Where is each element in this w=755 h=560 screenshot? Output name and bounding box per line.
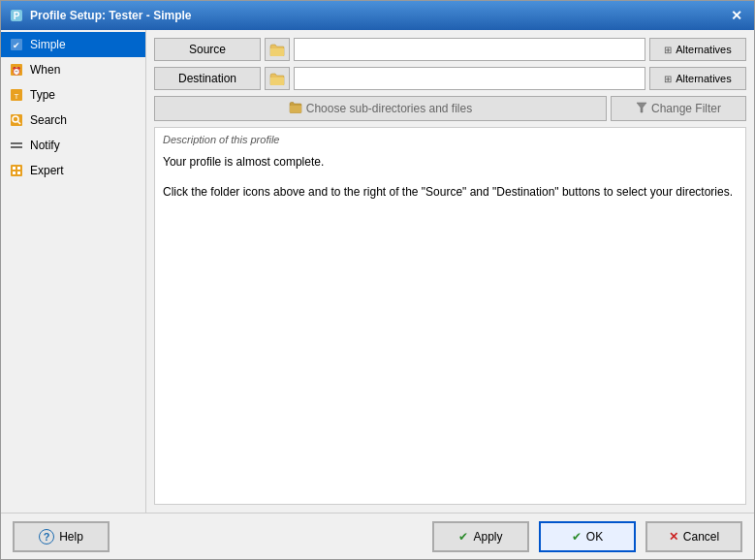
destination-alternatives-button[interactable]: ⊞ Alternatives [649, 67, 746, 90]
svg-text:P: P [14, 11, 20, 21]
sidebar-item-search[interactable]: Search [1, 108, 145, 133]
sidebar-label-notify: Notify [30, 139, 60, 152]
cancel-button[interactable]: ✕ Cancel [645, 521, 742, 552]
svg-marker-18 [637, 103, 646, 112]
source-folder-button[interactable] [265, 38, 290, 61]
expert-icon [9, 163, 24, 178]
title-bar: P Profile Setup: Tester - Simple ✕ [1, 1, 754, 30]
notify-icon [9, 138, 24, 153]
search-icon [9, 112, 24, 128]
svg-rect-17 [17, 171, 20, 174]
alternatives-icon-2: ⊞ [664, 74, 672, 84]
when-icon: ⏰ [9, 62, 24, 78]
bottom-bar: ? Help ✔ Apply ✔ OK ✕ Cancel [1, 513, 754, 559]
svg-text:⏰: ⏰ [12, 66, 21, 76]
action-row: Choose sub-directories and files Change … [154, 96, 746, 121]
subdir-button[interactable]: Choose sub-directories and files [154, 96, 607, 121]
alternatives-icon-1: ⊞ [664, 45, 672, 55]
sidebar-item-simple[interactable]: ✔ Simple [1, 32, 145, 57]
filter-icon [636, 102, 647, 116]
description-area: Description of this profile Your profile… [154, 127, 746, 505]
destination-alternatives-label: Alternatives [676, 73, 731, 84]
destination-input[interactable] [294, 67, 645, 90]
svg-text:✔: ✔ [13, 41, 20, 50]
description-line2: Click the folder icons above and to the … [163, 183, 738, 202]
filter-label: Change Filter [651, 102, 721, 115]
apply-button[interactable]: ✔ Apply [432, 521, 529, 552]
source-input[interactable] [294, 38, 645, 61]
help-icon: ? [39, 529, 54, 544]
right-buttons: ✔ Apply ✔ OK ✕ Cancel [432, 521, 742, 552]
sidebar: ✔ Simple ⏰ When T Type Search [1, 30, 146, 513]
source-alternatives-button[interactable]: ⊞ Alternatives [649, 38, 746, 61]
destination-row: Destination ⊞ Alternatives [154, 67, 746, 90]
svg-rect-12 [11, 146, 22, 148]
cancel-icon: ✕ [669, 530, 678, 544]
destination-folder-button[interactable] [265, 67, 290, 90]
app-icon: P [9, 8, 24, 23]
sidebar-item-type[interactable]: T Type [1, 82, 145, 108]
sidebar-item-expert[interactable]: Expert [1, 158, 145, 183]
filter-button[interactable]: Change Filter [611, 96, 746, 121]
sidebar-label-type: Type [30, 88, 55, 102]
svg-rect-13 [11, 165, 22, 176]
subdir-icon [289, 102, 302, 116]
simple-icon: ✔ [9, 37, 24, 52]
cancel-label: Cancel [683, 530, 719, 544]
ok-label: OK [586, 530, 603, 544]
close-button[interactable]: ✕ [727, 9, 746, 22]
description-line1: Your profile is almost complete. [163, 153, 738, 171]
window-title: Profile Setup: Tester - Simple [30, 9, 191, 22]
destination-folder-icon [269, 73, 285, 85]
sidebar-item-notify[interactable]: Notify [1, 133, 145, 158]
sidebar-label-simple: Simple [30, 38, 66, 51]
source-folder-icon [269, 44, 285, 56]
type-icon: T [9, 87, 24, 103]
sidebar-item-when[interactable]: ⏰ When [1, 57, 145, 82]
destination-button[interactable]: Destination [154, 67, 261, 90]
apply-label: Apply [473, 530, 502, 544]
description-title: Description of this profile [163, 134, 738, 145]
ok-button[interactable]: ✔ OK [539, 521, 636, 552]
source-button[interactable]: Source [154, 38, 261, 61]
source-row: Source ⊞ Alternatives [154, 38, 746, 61]
main-area: ✔ Simple ⏰ When T Type Search [1, 30, 754, 513]
svg-text:T: T [15, 92, 19, 101]
sidebar-label-expert: Expert [30, 164, 64, 177]
svg-rect-15 [17, 167, 20, 170]
ok-icon: ✔ [572, 530, 582, 544]
source-alternatives-label: Alternatives [676, 44, 731, 55]
help-label: Help [59, 530, 83, 544]
svg-rect-14 [13, 167, 16, 170]
window: P Profile Setup: Tester - Simple ✕ ✔ Sim… [0, 0, 755, 560]
help-button[interactable]: ? Help [13, 521, 110, 552]
apply-icon: ✔ [458, 530, 468, 544]
svg-rect-16 [13, 171, 16, 174]
sidebar-label-when: When [30, 63, 60, 77]
sidebar-label-search: Search [30, 113, 67, 127]
content-pane: Source ⊞ Alternatives Destination [146, 30, 754, 513]
subdir-label: Choose sub-directories and files [306, 102, 472, 115]
svg-rect-11 [11, 142, 22, 144]
